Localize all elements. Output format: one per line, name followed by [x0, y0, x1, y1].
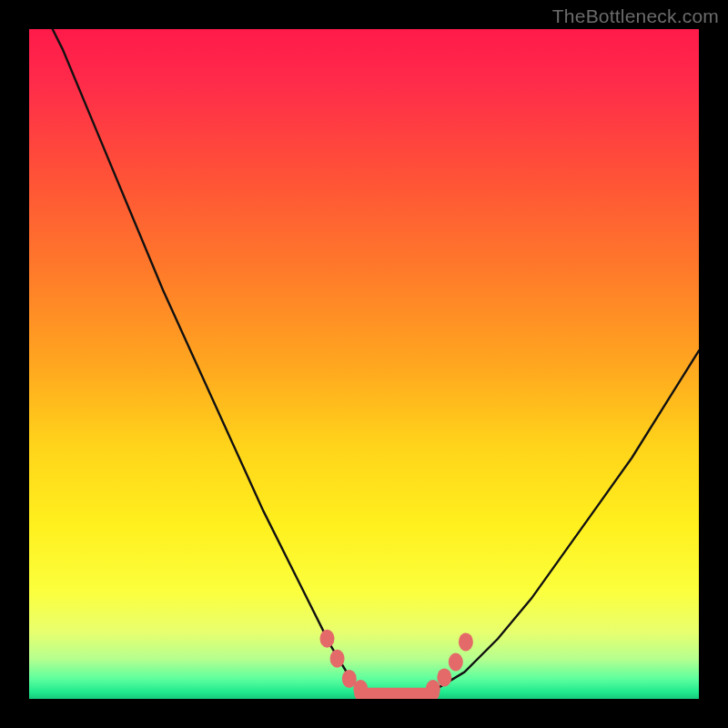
- bottleneck-curve-svg: [29, 29, 699, 699]
- marker-dot: [426, 680, 440, 698]
- marker-dot: [449, 653, 463, 672]
- marker-dot: [459, 632, 473, 651]
- markers-right: [426, 632, 473, 698]
- marker-dot: [353, 680, 368, 698]
- bottleneck-curve-path: [29, 29, 699, 699]
- markers-left: [320, 630, 369, 698]
- chart-frame: TheBottleneck.com: [0, 0, 728, 728]
- marker-dot: [320, 630, 335, 648]
- plot-area: [29, 29, 699, 699]
- marker-dot: [330, 650, 345, 668]
- watermark-text: TheBottleneck.com: [552, 5, 719, 27]
- marker-dot: [437, 668, 451, 686]
